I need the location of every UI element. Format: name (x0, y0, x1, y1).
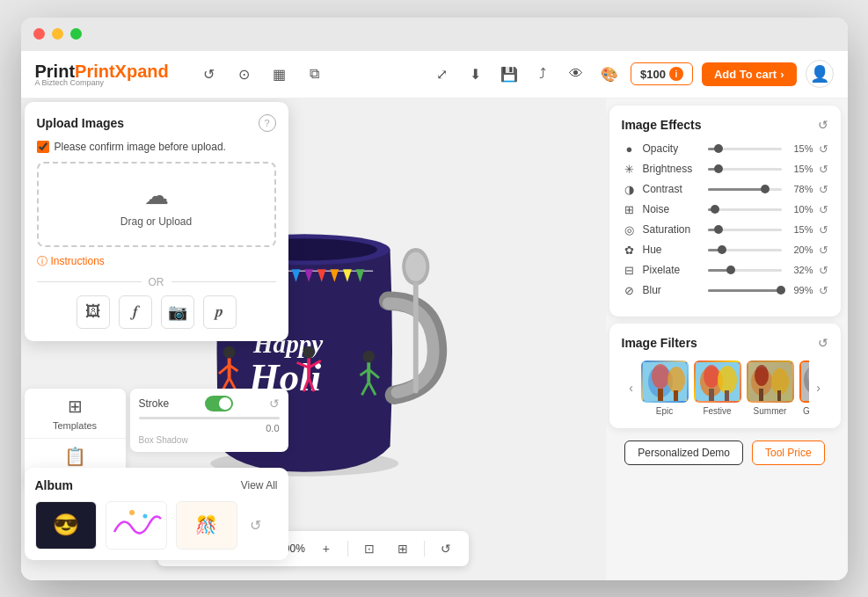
filter-epic-image (643, 362, 689, 403)
noise-reset-icon[interactable]: ↺ (819, 203, 828, 216)
brightness-slider[interactable] (708, 168, 782, 171)
noise-slider[interactable] (708, 208, 782, 211)
effect-pixelate-row: ⊟ Pixelate 32% ↺ (622, 264, 828, 277)
album-scroll-icon[interactable]: ↺ (246, 501, 266, 550)
gallery-source-button[interactable]: 🖼 (77, 295, 110, 329)
brightness-label: Brightness (643, 163, 703, 175)
pixelate-slider[interactable] (708, 269, 782, 272)
filter-epic-thumb (641, 360, 689, 403)
user-avatar[interactable]: 👤 (806, 60, 834, 88)
svg-point-48 (718, 366, 737, 394)
share-icon[interactable]: ⤴ (530, 62, 555, 86)
copy-icon[interactable]: ⧉ (303, 62, 327, 86)
maximize-dot[interactable] (70, 28, 82, 40)
pinterest-source-button[interactable]: 𝒑 (203, 295, 237, 329)
eye-icon[interactable]: 👁 (564, 62, 588, 86)
hue-icon: ✿ (622, 244, 638, 257)
blur-slider[interactable] (708, 289, 782, 292)
price-info-icon[interactable]: i (669, 67, 683, 81)
opacity-slider[interactable] (708, 148, 782, 150)
effects-panel: Image Effects ↺ ● Opacity 15% ↺ (609, 106, 841, 317)
opacity-icon: ● (622, 142, 638, 156)
palette-icon[interactable]: 🎨 (597, 62, 622, 86)
svg-point-1 (142, 513, 147, 518)
album-item-squiggle[interactable] (106, 501, 167, 550)
price-value: $100 (640, 68, 666, 81)
svg-rect-38 (413, 281, 419, 392)
svg-point-0 (129, 510, 135, 515)
filter-summer[interactable]: Summer (747, 360, 794, 416)
album-item-smile[interactable]: 😎 (35, 501, 97, 550)
hue-reset-icon[interactable]: ↺ (819, 244, 828, 257)
templates-item[interactable]: ⊞ Templates (25, 389, 126, 439)
filter-greyscale[interactable]: Greyscale (799, 360, 809, 416)
box-shadow-label: Box Shadow (139, 435, 280, 445)
contrast-slider[interactable] (708, 188, 782, 191)
expand-icon[interactable]: ⤢ (430, 62, 455, 86)
fit-btn[interactable]: ⊡ (357, 536, 382, 561)
upload-help-icon[interactable]: ? (259, 114, 276, 132)
brightness-value: 15% (787, 164, 813, 174)
saturation-reset-icon[interactable]: ↺ (819, 223, 828, 237)
album-view-all-link[interactable]: View All (241, 479, 278, 491)
squiggle-image (110, 506, 163, 545)
hue-slider[interactable] (708, 249, 782, 251)
upload-dropzone[interactable]: ☁ Drag or Upload (37, 162, 276, 247)
close-dot[interactable] (33, 28, 45, 40)
upload-sources: 🖼 𝒇 📷 𝒑 (37, 295, 276, 329)
instagram-source-button[interactable]: 📷 (161, 295, 194, 329)
svg-point-54 (755, 365, 769, 386)
filters-panel-header: Image Filters ↺ (622, 336, 828, 350)
grid-icon[interactable]: ▦ (267, 62, 292, 86)
pixelate-reset-icon[interactable]: ↺ (819, 264, 828, 277)
saturation-slider[interactable] (708, 229, 782, 231)
noise-icon: ⊞ (622, 203, 638, 216)
blur-reset-icon[interactable]: ↺ (819, 284, 828, 297)
brightness-reset-icon[interactable]: ↺ (819, 163, 828, 176)
add-to-cart-button[interactable]: Add To cart › (702, 62, 797, 86)
svg-point-41 (652, 364, 669, 389)
effect-blur-row: ⊘ Blur 99% ↺ (622, 284, 828, 297)
effect-hue-row: ✿ Hue 20% ↺ (622, 244, 828, 257)
upload-confirm-checkbox[interactable] (37, 141, 49, 153)
smile-image: 😎 (53, 513, 79, 537)
tool-price-button[interactable]: Tool Price (752, 440, 825, 465)
contrast-value: 78% (787, 184, 813, 194)
download-icon[interactable]: ⬇ (463, 62, 488, 86)
filter-prev-arrow[interactable]: ‹ (622, 378, 641, 397)
effects-refresh-icon[interactable]: ↺ (818, 118, 828, 132)
stroke-slider[interactable] (139, 417, 280, 419)
svg-rect-44 (674, 390, 678, 401)
svg-rect-57 (777, 390, 781, 401)
upload-dropzone-text: Drag or Upload (120, 215, 192, 228)
filter-festive[interactable]: Festive (694, 360, 741, 416)
personalized-demo-button[interactable]: Personalized Demo (624, 440, 743, 465)
stroke-refresh-icon[interactable]: ↺ (269, 397, 280, 411)
facebook-source-button[interactable]: 𝒇 (119, 295, 152, 329)
upload-panel-header: Upload Images ? (37, 114, 276, 132)
upload-instructions-link[interactable]: ⓘ Instructions (37, 254, 276, 269)
filters-panel: Image Filters ↺ ‹ (609, 324, 841, 428)
opacity-reset-icon[interactable]: ↺ (819, 142, 828, 156)
minimize-dot[interactable] (52, 28, 63, 40)
filter-items: Epic (641, 360, 809, 416)
filter-epic[interactable]: Epic (641, 360, 689, 416)
filters-refresh-icon[interactable]: ↺ (818, 336, 828, 350)
svg-rect-49 (709, 389, 714, 401)
album-items: 😎 🎊 ↺ (35, 501, 278, 550)
zoom-in-btn[interactable]: + (314, 536, 339, 561)
filter-epic-label: Epic (656, 406, 673, 416)
undo-icon[interactable]: ↺ (197, 62, 222, 86)
upload-confirm-label: Please confirm image before upload. (55, 141, 226, 153)
contrast-reset-icon[interactable]: ↺ (819, 183, 828, 196)
layers-icon[interactable]: ⊙ (232, 62, 257, 86)
filter-festive-label: Festive (703, 406, 731, 416)
album-item-dancers[interactable]: 🎊 (176, 501, 237, 550)
refresh-canvas-btn[interactable]: ↺ (434, 536, 458, 561)
save-icon[interactable]: 💾 (497, 62, 522, 86)
filter-next-arrow[interactable]: › (809, 378, 828, 397)
upload-confirm: Please confirm image before upload. (37, 141, 276, 153)
stroke-toggle[interactable] (205, 396, 233, 411)
dancers-image: 🎊 (195, 514, 217, 535)
grid-view-btn[interactable]: ⊞ (390, 536, 415, 561)
